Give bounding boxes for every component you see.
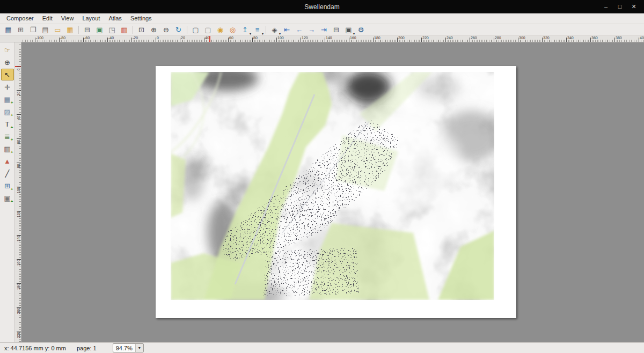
ruler-label: 100 (17, 185, 20, 196)
add-map-tool-button[interactable]: ▦+ (1, 93, 14, 105)
export-pdf-button[interactable]: ▥ (119, 25, 130, 35)
zoom-level-combo[interactable]: 94.7% ▾ (113, 343, 144, 352)
add-arrow-tool-button[interactable]: ╱ (1, 167, 14, 179)
atlas-first-feature-button[interactable]: ⇤ (281, 25, 292, 35)
ungroup-items-button[interactable]: ▢ (202, 25, 214, 35)
ruler-label: 60 (229, 36, 233, 40)
close-button[interactable]: ✕ (627, 0, 641, 13)
layout-canvas[interactable] (21, 42, 644, 342)
ruler-label: 180 (17, 282, 20, 292)
zoom-tool-button[interactable]: ⊕ (1, 56, 14, 68)
add-scalebar-tool-button[interactable]: ▥+ (1, 143, 14, 155)
menu-composer[interactable]: Composer (2, 13, 38, 24)
toolbar-separator (266, 26, 266, 34)
new-composer-icon: ⊞ (18, 26, 24, 33)
atlas-last-feature-button[interactable]: ⇥ (318, 25, 330, 35)
duplicate-composer-icon: ❐ (30, 26, 36, 33)
ruler-tick (252, 38, 253, 42)
export-svg-button[interactable]: ◳ (106, 25, 118, 35)
ruler-label: 320 (543, 36, 550, 40)
move-item-content-tool-button[interactable]: ✛ (1, 81, 14, 93)
duplicate-composer-button[interactable]: ❐ (27, 25, 39, 35)
dropdown-arrow-icon: ▾ (250, 32, 251, 35)
map-item[interactable] (171, 72, 494, 300)
print-atlas-button[interactable]: ⊟ (331, 25, 342, 35)
add-legend-tool-button[interactable]: ≣+ (1, 130, 14, 142)
atlas-preview-button[interactable]: ◈▾ (269, 25, 280, 35)
group-items-button[interactable]: ▢ (190, 25, 201, 35)
atlas-next-feature-button[interactable]: → (306, 25, 317, 35)
ruler-corner (0, 36, 22, 42)
vertical-ruler: 020406080100120140160180200220 (15, 42, 21, 342)
composition-page[interactable] (156, 66, 516, 318)
refresh-view-button[interactable]: ↻ (173, 25, 184, 35)
ruler-label: 300 (519, 36, 525, 40)
pan-tool-icon: ☞ (4, 47, 11, 54)
ruler-tick (83, 38, 84, 42)
toolbar-separator (133, 26, 133, 34)
ruler-label: 100 (277, 36, 284, 40)
export-image-button[interactable]: ▣ (94, 25, 105, 35)
align-items-button[interactable]: ≡▾ (252, 25, 263, 35)
group-items-icon: ▢ (192, 26, 199, 33)
lock-items-icon: ◉ (217, 26, 223, 33)
ruler-tick (349, 38, 349, 42)
add-html-frame-tool-button[interactable]: ▣+ (1, 192, 14, 204)
raise-items-button[interactable]: ↥▾ (239, 25, 251, 35)
save-project-button[interactable]: ▦ (3, 25, 14, 35)
ruler-label: -40 (108, 36, 114, 40)
unlock-items-icon: ◎ (230, 26, 236, 33)
pan-tool-button[interactable]: ☞ (1, 44, 14, 56)
titlebar: Swellendam –□✕ (0, 0, 644, 13)
ruler-tick (204, 38, 204, 42)
add-badge-icon: + (11, 113, 13, 117)
menu-edit[interactable]: Edit (38, 13, 57, 24)
save-as-template-button[interactable]: ▦ (64, 25, 76, 35)
add-shape-tool-button[interactable]: ▲ (1, 155, 14, 167)
add-label-tool-button[interactable]: T+ (1, 118, 14, 130)
unlock-items-button[interactable]: ◎ (227, 25, 238, 35)
new-composer-button[interactable]: ⊞ (15, 25, 26, 35)
cursor-x-indicator (209, 36, 210, 42)
add-image-tool-button[interactable]: ▨+ (1, 106, 14, 117)
ruler-tick (156, 38, 156, 42)
add-label-tool-icon: T (5, 121, 10, 128)
lock-items-button[interactable]: ◉ (215, 25, 226, 35)
ruler-tick (35, 38, 35, 42)
align-items-icon: ≡ (255, 26, 260, 33)
horizontal-ruler: -100-80-60-40-20020406080100120140160180… (0, 36, 644, 42)
zoom-full-button[interactable]: ⊡ (136, 25, 147, 35)
atlas-first-feature-icon: ⇤ (284, 26, 290, 33)
maximize-button[interactable]: □ (613, 0, 627, 13)
ruler-tick (614, 38, 615, 42)
composer-manager-button[interactable]: ▤ (40, 25, 51, 35)
print-atlas-icon: ⊟ (333, 26, 339, 33)
print-button[interactable]: ⊟ (82, 25, 93, 35)
export-atlas-button[interactable]: ▣▾ (343, 25, 354, 35)
ruler-tick (494, 38, 494, 42)
ruler-label: 400 (640, 36, 644, 40)
zoom-out-button[interactable]: ⊖ (160, 25, 172, 35)
menu-view[interactable]: View (57, 13, 78, 24)
ruler-tick (228, 38, 229, 42)
atlas-previous-feature-icon: ← (296, 26, 303, 33)
select-move-item-tool-button[interactable]: ↖ (1, 69, 14, 80)
menu-layout[interactable]: Layout (78, 13, 104, 24)
ruler-label: 200 (17, 306, 20, 317)
zoom-level-value: 94.7% (116, 345, 133, 351)
ruler-label: 240 (447, 36, 453, 40)
add-badge-icon: + (11, 138, 13, 142)
refresh-view-icon: ↻ (175, 26, 181, 33)
atlas-settings-button[interactable]: ⚙ (355, 25, 367, 35)
load-from-template-button[interactable]: ▭ (52, 25, 63, 35)
atlas-previous-feature-button[interactable]: ← (294, 25, 305, 35)
atlas-last-feature-icon: ⇥ (321, 26, 327, 33)
menu-atlas[interactable]: Atlas (104, 13, 126, 24)
ruler-label: 380 (616, 36, 622, 40)
add-attribute-table-tool-button[interactable]: ⊞+ (1, 180, 14, 192)
zoom-in-button[interactable]: ⊕ (148, 25, 159, 35)
menu-settings[interactable]: Settings (126, 13, 156, 24)
toolbar-separator (187, 26, 187, 34)
add-badge-icon: + (11, 150, 13, 155)
minimize-button[interactable]: – (599, 0, 613, 13)
